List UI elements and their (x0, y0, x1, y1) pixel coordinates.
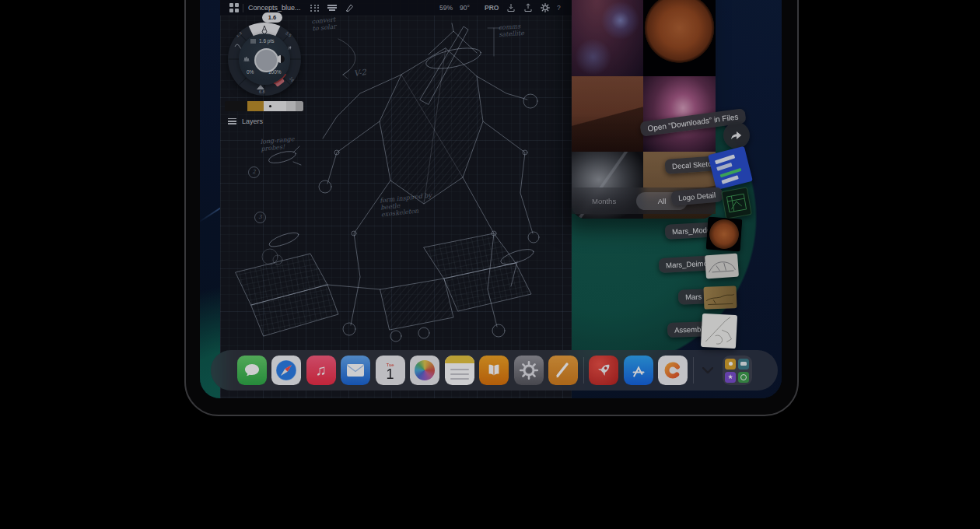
drag-thumb-mars[interactable] (704, 286, 737, 309)
drag-item-label[interactable]: Logo Detail (670, 187, 723, 206)
share-forward-button[interactable] (723, 122, 750, 149)
drag-thumb-logo-detail[interactable] (721, 187, 752, 219)
ipad-screen: convert to solar comms satellite V-2 lon… (200, 0, 782, 398)
stage: convert to solar comms satellite V-2 lon… (0, 0, 980, 529)
drag-thumb-mars-deimos[interactable] (705, 254, 739, 279)
drag-layer: Open “Downloads” in Files Decal Sketches… (200, 0, 782, 398)
drag-thumb-assembly[interactable] (701, 314, 737, 349)
forward-arrow-icon (730, 128, 744, 142)
drag-thumb-mars-model[interactable] (706, 217, 743, 252)
drag-thumb-decal-sketches[interactable] (708, 146, 753, 190)
